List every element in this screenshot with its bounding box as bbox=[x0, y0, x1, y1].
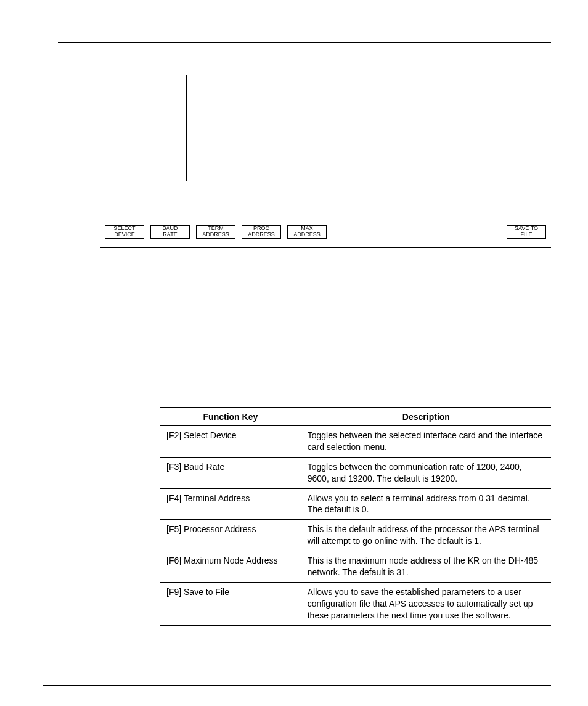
cell-function-key: [F2] Select Device bbox=[160, 426, 301, 458]
table-header-row: Function Key Description bbox=[160, 408, 551, 426]
table-row: [F5] Processor Address This is the defau… bbox=[160, 520, 551, 551]
cell-function-key: [F5] Processor Address bbox=[160, 520, 301, 551]
table-row: [F9] Save to File Allows you to save the… bbox=[160, 582, 551, 625]
function-key-table: Function Key Description [F2] Select Dev… bbox=[160, 407, 551, 626]
fkey-label-line2: ADDRESS bbox=[202, 232, 229, 238]
fkey-baud-rate[interactable]: BAUD RATE bbox=[150, 225, 190, 239]
inner-frame-segment bbox=[186, 75, 201, 75]
cell-description: Allows you to select a terminal address … bbox=[301, 488, 551, 520]
fkey-gap bbox=[333, 225, 500, 239]
fkey-term-address[interactable]: TERM ADDRESS bbox=[196, 225, 235, 239]
fkey-row: SELECT DEVICE BAUD RATE TERM ADDRESS PRO… bbox=[105, 225, 546, 239]
cell-function-key: [F4] Terminal Address bbox=[160, 488, 301, 520]
fkey-label-line2: FILE bbox=[520, 232, 532, 238]
fkey-label-line2: ADDRESS bbox=[248, 232, 275, 238]
terminal-panel: SELECT DEVICE BAUD RATE TERM ADDRESS PRO… bbox=[100, 57, 551, 248]
fkey-proc-address[interactable]: PROC ADDRESS bbox=[242, 225, 281, 239]
fkey-label-line2: RATE bbox=[163, 232, 177, 238]
inner-frame-segment bbox=[340, 181, 546, 181]
cell-description: Allows you to save the established param… bbox=[301, 582, 551, 625]
table-row: [F2] Select Device Toggles between the s… bbox=[160, 426, 551, 458]
cell-description: Toggles between the communication rate o… bbox=[301, 457, 551, 488]
inner-frame-segment bbox=[297, 75, 546, 75]
header-function-key: Function Key bbox=[160, 408, 301, 426]
table-row: [F3] Baud Rate Toggles between the commu… bbox=[160, 457, 551, 488]
cell-function-key: [F3] Baud Rate bbox=[160, 457, 301, 488]
fkey-select-device[interactable]: SELECT DEVICE bbox=[105, 225, 144, 239]
cell-description: This is the maximum node address of the … bbox=[301, 551, 551, 583]
fkey-label-line2: DEVICE bbox=[114, 232, 135, 238]
fkey-save-to-file[interactable]: SAVE TO FILE bbox=[507, 225, 546, 239]
cell-description: Toggles between the selected interface c… bbox=[301, 426, 551, 458]
table-row: [F4] Terminal Address Allows you to sele… bbox=[160, 488, 551, 520]
header-description: Description bbox=[301, 408, 551, 426]
cell-description: This is the default address of the proce… bbox=[301, 520, 551, 551]
fkey-label-line2: ADDRESS bbox=[293, 232, 321, 238]
inner-frame-segment bbox=[186, 181, 201, 181]
table-row: [F6] Maximum Node Address This is the ma… bbox=[160, 551, 551, 583]
section-rule-top bbox=[58, 42, 551, 43]
inner-frame-segment bbox=[186, 75, 187, 181]
cell-function-key: [F9] Save to File bbox=[160, 582, 301, 625]
section-rule-bottom bbox=[43, 685, 551, 686]
page: SELECT DEVICE BAUD RATE TERM ADDRESS PRO… bbox=[0, 0, 588, 706]
fkey-max-address[interactable]: MAX ADDRESS bbox=[287, 225, 327, 239]
cell-function-key: [F6] Maximum Node Address bbox=[160, 551, 301, 583]
